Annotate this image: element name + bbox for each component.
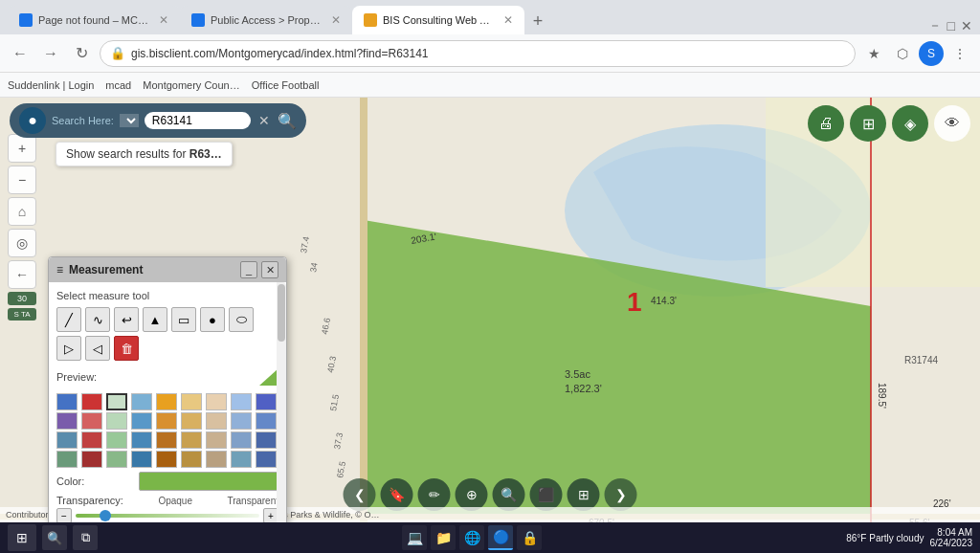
- reload-button[interactable]: ↻: [69, 41, 94, 66]
- swatch-26[interactable]: [231, 431, 252, 449]
- menu-button[interactable]: ⋮: [947, 41, 972, 66]
- tab-2[interactable]: Public Access > Property Detail ✕: [180, 6, 352, 34]
- locate-button[interactable]: ◎: [8, 229, 36, 257]
- tab-1[interactable]: Page not found – MCAD – Offic… ✕: [8, 6, 180, 34]
- search-nav-button[interactable]: 🔍: [493, 478, 525, 511]
- taskbar-app-3[interactable]: 🌐: [459, 525, 484, 550]
- bookmark-star-button[interactable]: ★: [861, 41, 886, 66]
- bookmark-football[interactable]: Office Football: [252, 79, 320, 91]
- prev-arrow-button[interactable]: ❮: [344, 478, 376, 511]
- address-bar[interactable]: 🔒 gis.bisclient.com/Montgomerycad/index.…: [100, 40, 856, 67]
- tool-line[interactable]: ╱: [56, 307, 81, 332]
- taskbar-taskview[interactable]: ⧉: [73, 525, 98, 550]
- back-button[interactable]: ←: [8, 41, 33, 66]
- bookmark-nav-button[interactable]: 🔖: [381, 478, 413, 511]
- swatch-21[interactable]: [106, 431, 127, 449]
- swatch-7[interactable]: [206, 393, 227, 410]
- search-suggestion-dropdown[interactable]: Show search results for R63…: [56, 142, 233, 166]
- new-tab-button[interactable]: +: [524, 8, 551, 34]
- swatch-4[interactable]: [131, 393, 152, 410]
- tool-circle[interactable]: ●: [200, 307, 225, 332]
- swatch-27[interactable]: [256, 431, 277, 449]
- swatch-30[interactable]: [106, 451, 127, 468]
- tool-ellipse[interactable]: ⬭: [229, 307, 254, 332]
- swatch-9[interactable]: [256, 393, 277, 410]
- swatch-33[interactable]: [181, 451, 202, 468]
- back-map-button[interactable]: ←: [8, 260, 36, 289]
- swatch-6[interactable]: [181, 393, 202, 410]
- tool-rect[interactable]: ▭: [171, 307, 196, 332]
- swatch-20[interactable]: [81, 431, 102, 449]
- swatch-32[interactable]: [156, 451, 177, 468]
- minimize-panel-button[interactable]: _: [240, 261, 257, 278]
- swatch-10[interactable]: [56, 412, 78, 430]
- close-panel-button[interactable]: ✕: [261, 261, 278, 278]
- swatch-28[interactable]: [56, 451, 78, 468]
- taskbar-app-1[interactable]: 💻: [402, 525, 427, 550]
- tool-polyline[interactable]: ∿: [85, 307, 110, 332]
- bookmark-montgomery[interactable]: Montgomery Coun…: [143, 79, 240, 91]
- panel-header[interactable]: ≡ Measurement _ ✕: [49, 257, 286, 282]
- layers-button[interactable]: ◈: [892, 105, 928, 142]
- swatch-22[interactable]: [131, 431, 152, 449]
- swatch-19[interactable]: [56, 431, 78, 449]
- taskbar-app-2[interactable]: 📁: [431, 525, 456, 550]
- swatch-23[interactable]: [156, 431, 177, 449]
- search-submit-button[interactable]: 🔍: [278, 112, 297, 130]
- bookmark-mcad[interactable]: mcad: [105, 79, 131, 91]
- bookmark-suddenlink[interactable]: Suddenlink | Login: [8, 79, 94, 91]
- swatch-16[interactable]: [206, 412, 227, 430]
- maximize-button[interactable]: □: [947, 18, 955, 33]
- pencil-nav-button[interactable]: ✏: [418, 478, 451, 511]
- eye-button[interactable]: 👁: [934, 105, 970, 142]
- swatch-14[interactable]: [156, 412, 177, 430]
- next-arrow-button[interactable]: ❯: [605, 478, 637, 511]
- minimize-button[interactable]: －: [928, 17, 942, 34]
- swatch-24[interactable]: [181, 431, 202, 449]
- swatch-35[interactable]: [231, 451, 252, 468]
- taskbar-search[interactable]: 🔍: [42, 525, 67, 550]
- swatch-25[interactable]: [206, 431, 227, 449]
- swatch-11[interactable]: [81, 412, 102, 430]
- search-input[interactable]: [145, 112, 251, 129]
- print-button[interactable]: 🖨: [808, 105, 844, 142]
- tool-freehand[interactable]: ↩: [114, 307, 139, 332]
- taskbar-app-chrome[interactable]: 🔵: [488, 525, 513, 550]
- swatch-17[interactable]: [231, 412, 252, 430]
- swatch-15[interactable]: [181, 412, 202, 430]
- swatch-8[interactable]: [231, 393, 252, 410]
- swatch-5[interactable]: [156, 393, 177, 410]
- swatch-12[interactable]: [106, 412, 127, 430]
- tool-delete[interactable]: 🗑: [114, 336, 139, 361]
- search-clear-button[interactable]: ✕: [256, 113, 272, 128]
- tool-arrow-right[interactable]: ▷: [56, 336, 81, 361]
- extensions-button[interactable]: ⬡: [890, 41, 915, 66]
- tab-3-close[interactable]: ✕: [503, 13, 513, 27]
- tool-arrow-left[interactable]: ◁: [85, 336, 110, 361]
- swatch-29[interactable]: [81, 451, 102, 468]
- search-type-dropdown[interactable]: ▼: [120, 114, 139, 127]
- transparency-slider-thumb[interactable]: [100, 510, 111, 521]
- zoom-out-button[interactable]: −: [8, 166, 36, 194]
- tab-1-close[interactable]: ✕: [159, 13, 168, 27]
- swatch-13[interactable]: [131, 412, 152, 430]
- swatch-31[interactable]: [131, 451, 152, 468]
- taskbar-app-4[interactable]: 🔒: [517, 525, 542, 550]
- start-button[interactable]: ⊞: [8, 524, 36, 551]
- close-button[interactable]: ✕: [961, 18, 972, 33]
- forward-button[interactable]: →: [38, 41, 63, 66]
- zoom-in-button[interactable]: +: [8, 134, 36, 163]
- cursor-nav-button[interactable]: ⊕: [456, 478, 488, 511]
- swatch-2[interactable]: [81, 393, 102, 410]
- tab-2-close[interactable]: ✕: [331, 13, 341, 27]
- panel-scrollbar-thumb[interactable]: [278, 284, 285, 342]
- layers-nav-button[interactable]: ⬛: [530, 478, 563, 511]
- swatch-18[interactable]: [256, 412, 277, 430]
- grid-button[interactable]: ⊞: [850, 105, 886, 142]
- tool-triangle[interactable]: ▲: [143, 307, 167, 332]
- swatch-3[interactable]: [106, 393, 127, 410]
- grid-nav-button[interactable]: ⊞: [568, 478, 600, 511]
- color-picker[interactable]: [139, 472, 278, 491]
- profile-button[interactable]: S: [919, 41, 944, 66]
- swatch-1[interactable]: [56, 393, 78, 410]
